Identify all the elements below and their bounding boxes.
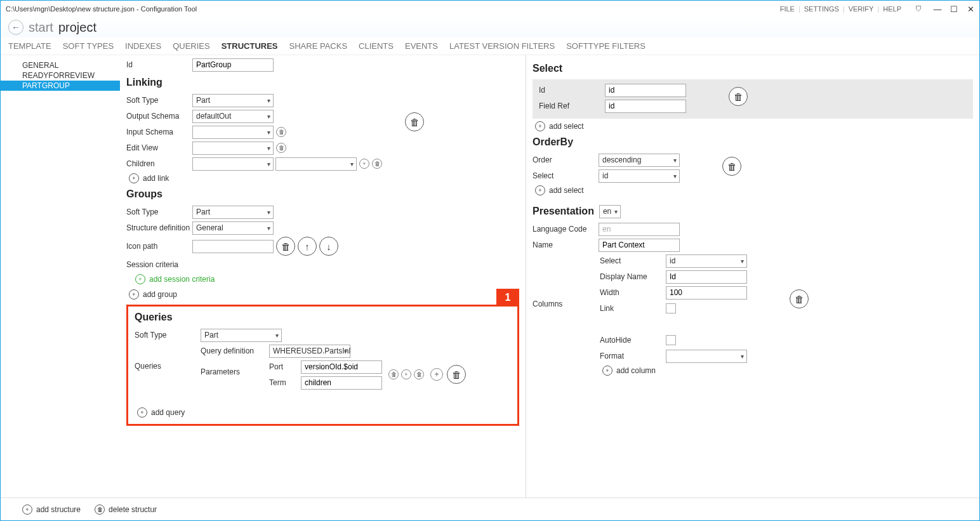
col-displayname-input[interactable] xyxy=(666,270,747,284)
term-input[interactable] xyxy=(301,376,382,390)
orderby-select-select[interactable]: id xyxy=(599,169,680,183)
linking-inputschema-label: Input Schema xyxy=(126,128,192,136)
menu-settings[interactable]: SETTINGS xyxy=(802,5,842,13)
term-label: Term xyxy=(269,378,301,387)
col-displayname-label: Display Name xyxy=(600,272,666,281)
groups-down-icon[interactable] xyxy=(319,237,338,256)
orderby-order-select[interactable]: descending xyxy=(599,154,680,167)
linking-editview-delete-icon[interactable]: 🗑 xyxy=(276,143,286,153)
orderby-heading: OrderBy xyxy=(533,136,973,148)
groups-heading: Groups xyxy=(126,188,519,200)
crumb-start[interactable]: start xyxy=(29,20,53,35)
back-button[interactable]: ← xyxy=(8,20,23,35)
queries-highlight: 1 Queries Soft Type Part Queries Query d… xyxy=(126,305,519,426)
linking-children-delete-icon[interactable]: 🗑 xyxy=(372,159,382,169)
main: GENERAL READYFORREVIEW PARTGROUP Id Link… xyxy=(1,55,979,498)
groups-up-icon[interactable] xyxy=(298,237,317,256)
linking-outputschema-select[interactable]: defaultOut xyxy=(192,110,274,123)
shield-icon: ⛉ xyxy=(913,5,925,13)
select-id-input[interactable] xyxy=(605,84,686,97)
query-inner-add-icon[interactable] xyxy=(430,368,443,381)
presentation-lang-select[interactable]: en xyxy=(599,205,621,218)
add-column-button[interactable]: add column xyxy=(600,366,973,376)
param-add-icon[interactable] xyxy=(401,369,411,379)
tab-latestversion[interactable]: LATEST VERSION FILTERS xyxy=(449,41,555,51)
sidebar-item-partgroup[interactable]: PARTGROUP xyxy=(1,81,120,91)
id-label: Id xyxy=(126,60,192,69)
linking-inputschema-select[interactable] xyxy=(192,126,274,139)
parameters-label: Parameters xyxy=(201,367,269,376)
plus-icon xyxy=(137,407,147,418)
tab-softtypes[interactable]: SOFT TYPES xyxy=(63,41,114,51)
tab-structures[interactable]: STRUCTURES xyxy=(222,41,278,51)
plus-icon xyxy=(129,173,139,183)
linking-editview-label: Edit View xyxy=(126,143,192,152)
orderby-order-label: Order xyxy=(533,155,599,164)
tab-template[interactable]: TEMPLATE xyxy=(8,41,51,51)
tab-queries[interactable]: QUERIES xyxy=(173,41,210,51)
sidebar-item-readyforreview[interactable]: READYFORREVIEW xyxy=(1,70,120,81)
linking-inputschema-delete-icon[interactable]: 🗑 xyxy=(276,127,286,137)
query-delete-icon[interactable]: 🗑 xyxy=(447,365,466,384)
queries-softtype-label: Soft Type xyxy=(135,331,201,340)
linking-delete-icon[interactable]: 🗑 xyxy=(405,112,424,131)
col-autohide-checkbox[interactable] xyxy=(666,335,676,345)
add-session-criteria-button[interactable]: add session criteria xyxy=(133,274,519,284)
query-inner-delete-icon[interactable]: 🗑 xyxy=(414,369,424,379)
minimize-button[interactable]: — xyxy=(934,5,941,13)
select-add-button[interactable]: add select xyxy=(533,121,973,131)
groups-structdef-select[interactable]: General xyxy=(192,221,274,235)
menu-help[interactable]: HELP xyxy=(880,5,904,13)
plus-icon xyxy=(602,366,612,376)
add-query-button[interactable]: add query xyxy=(135,407,511,418)
linking-children-select2[interactable] xyxy=(275,157,357,171)
port-input[interactable] xyxy=(301,360,382,374)
queries-softtype-select[interactable]: Part xyxy=(201,329,282,342)
plus-icon xyxy=(129,289,139,300)
tab-sharepacks[interactable]: SHARE PACKS xyxy=(289,41,348,51)
linking-editview-select[interactable] xyxy=(192,142,274,155)
col-link-checkbox[interactable] xyxy=(666,303,676,313)
linking-softtype-select[interactable]: Part xyxy=(192,94,274,107)
port-label: Port xyxy=(269,362,301,371)
window-title: C:\Users\mgn\Desktop\new structure.json … xyxy=(6,5,197,13)
linking-heading: Linking xyxy=(126,77,519,88)
menu-file[interactable]: FILE xyxy=(778,5,797,13)
plus-icon xyxy=(135,274,145,284)
col-select-select[interactable]: id xyxy=(666,254,747,268)
linking-children-select1[interactable] xyxy=(192,157,274,171)
groups-structdef-label: Structure definition xyxy=(126,223,192,232)
orderby-add-button[interactable]: add select xyxy=(533,185,973,195)
linking-children-add-icon[interactable] xyxy=(359,159,369,169)
querydef-select[interactable]: WHEREUSED.PartsInI xyxy=(269,345,350,358)
groups-delete-icon[interactable]: 🗑 xyxy=(276,237,295,256)
groups-iconpath-input[interactable] xyxy=(192,240,274,253)
col-format-label: Format xyxy=(600,352,666,360)
add-group-button[interactable]: add group xyxy=(126,289,519,300)
pres-name-input[interactable] xyxy=(599,239,680,252)
tab-softtypefilters[interactable]: SOFTTYPE FILTERS xyxy=(566,41,646,51)
select-delete-icon[interactable]: 🗑 xyxy=(729,87,748,106)
groups-softtype-select[interactable]: Part xyxy=(192,206,274,219)
tab-events[interactable]: EVENTS xyxy=(405,41,438,51)
menu-verify[interactable]: VERIFY xyxy=(846,5,877,13)
col-format-select[interactable] xyxy=(666,350,747,363)
id-input[interactable] xyxy=(192,58,274,72)
right-column: Select Id Field Ref 🗑 add select OrderBy xyxy=(526,55,979,498)
pres-langcode-input[interactable] xyxy=(599,223,680,236)
column-delete-icon[interactable]: 🗑 xyxy=(790,289,809,308)
tab-clients[interactable]: CLIENTS xyxy=(359,41,394,51)
sidebar-item-general[interactable]: GENERAL xyxy=(1,60,120,70)
crumb-project[interactable]: project xyxy=(58,20,96,35)
delete-structure-button[interactable]: 🗑 delete structur xyxy=(92,505,157,515)
select-fieldref-input[interactable] xyxy=(605,100,686,113)
add-link-button[interactable]: add link xyxy=(126,173,519,183)
tab-indexes[interactable]: INDEXES xyxy=(125,41,161,51)
col-width-input[interactable] xyxy=(666,286,747,300)
close-button[interactable]: ✕ xyxy=(967,5,974,13)
param-delete-icon[interactable]: 🗑 xyxy=(388,369,399,379)
add-structure-button[interactable]: add structure xyxy=(20,505,81,515)
col-autohide-label: AutoHide xyxy=(600,336,666,345)
orderby-delete-icon[interactable]: 🗑 xyxy=(722,157,741,176)
maximize-button[interactable]: ☐ xyxy=(950,5,958,13)
